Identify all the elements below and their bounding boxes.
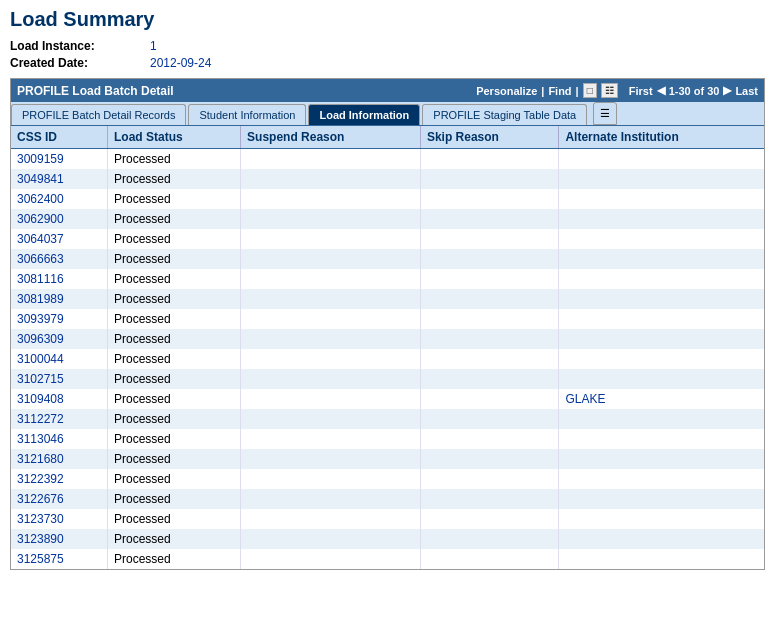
- personalize-link[interactable]: Personalize: [476, 85, 537, 97]
- cell-suspend-reason: [241, 529, 421, 549]
- cell-skip-reason: [420, 289, 559, 309]
- cell-css-id[interactable]: 3009159: [11, 149, 107, 170]
- cell-suspend-reason: [241, 369, 421, 389]
- cell-css-id[interactable]: 3100044: [11, 349, 107, 369]
- cell-css-id[interactable]: 3049841: [11, 169, 107, 189]
- cell-alternate-institution: [559, 289, 764, 309]
- cell-load-status: Processed: [107, 409, 240, 429]
- cell-load-status: Processed: [107, 529, 240, 549]
- cell-load-status: Processed: [107, 349, 240, 369]
- table-row: 3096309Processed: [11, 329, 764, 349]
- cell-skip-reason: [420, 229, 559, 249]
- cell-suspend-reason: [241, 349, 421, 369]
- cell-suspend-reason: [241, 509, 421, 529]
- cell-css-id[interactable]: 3121680: [11, 449, 107, 469]
- page-title: Load Summary: [10, 8, 765, 31]
- col-alternate-institution: Alternate Institution: [559, 126, 764, 149]
- cell-css-id[interactable]: 3123730: [11, 509, 107, 529]
- cell-alternate-institution: [559, 429, 764, 449]
- table-row: 3122392Processed: [11, 469, 764, 489]
- cell-css-id[interactable]: 3122392: [11, 469, 107, 489]
- cell-skip-reason: [420, 349, 559, 369]
- next-icon[interactable]: ▶: [723, 84, 731, 97]
- cell-css-id[interactable]: 3109408: [11, 389, 107, 409]
- load-instance-row: Load Instance: 1: [10, 39, 765, 53]
- find-link[interactable]: Find: [548, 85, 571, 97]
- grid-header-controls: Personalize | Find | □ ☷ First ◀ 1-30 of…: [476, 83, 758, 98]
- table-row: 3113046Processed: [11, 429, 764, 449]
- cell-alternate-institution: [559, 449, 764, 469]
- cell-alternate-institution: [559, 409, 764, 429]
- cell-suspend-reason: [241, 269, 421, 289]
- cell-css-id[interactable]: 3093979: [11, 309, 107, 329]
- cell-suspend-reason: [241, 209, 421, 229]
- cell-suspend-reason: [241, 449, 421, 469]
- cell-suspend-reason: [241, 409, 421, 429]
- tab-load-info[interactable]: Load Information: [308, 104, 420, 125]
- cell-alternate-institution: [559, 329, 764, 349]
- cell-css-id[interactable]: 3096309: [11, 329, 107, 349]
- cell-load-status: Processed: [107, 249, 240, 269]
- col-skip-reason: Skip Reason: [420, 126, 559, 149]
- grid-icon[interactable]: ☷: [601, 83, 618, 98]
- table-row: 3062900Processed: [11, 209, 764, 229]
- view-icon[interactable]: □: [583, 83, 597, 98]
- cell-alternate-institution: [559, 369, 764, 389]
- table-icon[interactable]: ☰: [593, 102, 617, 125]
- cell-load-status: Processed: [107, 269, 240, 289]
- first-link[interactable]: First: [629, 85, 653, 97]
- last-link[interactable]: Last: [735, 85, 758, 97]
- cell-load-status: Processed: [107, 309, 240, 329]
- cell-load-status: Processed: [107, 429, 240, 449]
- cell-css-id[interactable]: 3123890: [11, 529, 107, 549]
- tab-staging[interactable]: PROFILE Staging Table Data: [422, 104, 587, 125]
- table-row: 3125875Processed: [11, 549, 764, 569]
- cell-skip-reason: [420, 269, 559, 289]
- table-row: 3062400Processed: [11, 189, 764, 209]
- cell-suspend-reason: [241, 149, 421, 170]
- cell-css-id[interactable]: 3113046: [11, 429, 107, 449]
- cell-load-status: Processed: [107, 449, 240, 469]
- table-header-row: CSS ID Load Status Suspend Reason Skip R…: [11, 126, 764, 149]
- cell-load-status: Processed: [107, 149, 240, 170]
- cell-css-id[interactable]: 3112272: [11, 409, 107, 429]
- tabs-row: PROFILE Batch Detail Records Student Inf…: [11, 102, 764, 126]
- grid-title: PROFILE Load Batch Detail: [17, 84, 174, 98]
- tab-student-info[interactable]: Student Information: [188, 104, 306, 125]
- table-row: 3123730Processed: [11, 509, 764, 529]
- table-body: 3009159Processed3049841Processed3062400P…: [11, 149, 764, 570]
- cell-load-status: Processed: [107, 389, 240, 409]
- table-row: 3093979Processed: [11, 309, 764, 329]
- cell-alternate-institution: [559, 269, 764, 289]
- col-load-status: Load Status: [107, 126, 240, 149]
- load-instance-value: 1: [150, 39, 157, 53]
- cell-css-id[interactable]: 3102715: [11, 369, 107, 389]
- cell-css-id[interactable]: 3125875: [11, 549, 107, 569]
- cell-alternate-institution: GLAKE: [559, 389, 764, 409]
- cell-alternate-institution: [559, 509, 764, 529]
- load-instance-label: Load Instance:: [10, 39, 150, 53]
- table-row: 3081116Processed: [11, 269, 764, 289]
- cell-alternate-institution: [559, 149, 764, 170]
- cell-load-status: Processed: [107, 489, 240, 509]
- table-row: 3109408ProcessedGLAKE: [11, 389, 764, 409]
- created-date-row: Created Date: 2012-09-24: [10, 56, 765, 70]
- cell-suspend-reason: [241, 489, 421, 509]
- cell-load-status: Processed: [107, 229, 240, 249]
- cell-css-id[interactable]: 3062400: [11, 189, 107, 209]
- cell-css-id[interactable]: 3122676: [11, 489, 107, 509]
- cell-load-status: Processed: [107, 209, 240, 229]
- separator-3: [622, 85, 625, 97]
- prev-icon[interactable]: ◀: [657, 84, 665, 97]
- cell-css-id[interactable]: 3081989: [11, 289, 107, 309]
- table-row: 3123890Processed: [11, 529, 764, 549]
- tab-profile-batch[interactable]: PROFILE Batch Detail Records: [11, 104, 186, 125]
- cell-skip-reason: [420, 489, 559, 509]
- cell-suspend-reason: [241, 469, 421, 489]
- cell-skip-reason: [420, 329, 559, 349]
- cell-css-id[interactable]: 3081116: [11, 269, 107, 289]
- cell-css-id[interactable]: 3062900: [11, 209, 107, 229]
- cell-css-id[interactable]: 3064037: [11, 229, 107, 249]
- grid-container: PROFILE Load Batch Detail Personalize | …: [10, 78, 765, 570]
- cell-css-id[interactable]: 3066663: [11, 249, 107, 269]
